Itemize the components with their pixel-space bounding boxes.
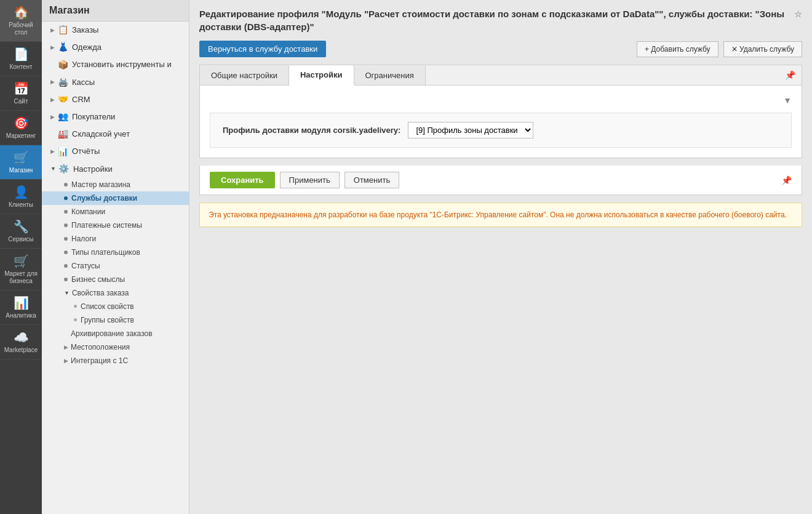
sidebar-item-clients[interactable]: 👤 Клиенты [0,180,42,214]
nav-arrow-buyers: ▶ [50,113,55,121]
nav-item-reports[interactable]: ▶ 📊 Отчёты [42,143,189,160]
cashiers-icon: 🖨️ [57,77,68,88]
action-bar: Вернуться в службу доставки + Добавить с… [199,41,802,57]
content-icon: 📄 [14,47,29,62]
bullet-statuses [64,264,68,268]
nav-subitem-archiving[interactable]: ▶ Архивирование заказов [42,327,189,340]
nav-arrow-reports: ▶ [50,148,55,156]
bullet-biz-meanings [64,278,68,281]
nav-subitem-locations[interactable]: ▶ Местоположения [42,340,189,354]
home-icon: 🏠 [14,5,29,20]
nav-item-orders[interactable]: ▶ 📋 Заказы [42,22,189,39]
warning-box: Эта установка предназначена для разработ… [199,203,802,227]
nav-arrow-cashiers: ▶ [50,78,55,86]
nav-arrow-clothes: ▶ [50,44,55,52]
nav-arrow-settings: ▼ [50,165,56,173]
save-button[interactable]: Сохранить [210,172,275,188]
services-icon: 🔧 [14,219,29,234]
clothes-icon: 👗 [57,42,68,53]
bullet-props-groups [74,318,77,321]
nav-subitem-order-props[interactable]: ▼ Свойства заказа [42,286,189,300]
bullet-props-list [74,305,77,308]
nav-item-buyers[interactable]: ▶ 👥 Покупатели [42,108,189,126]
sidebar-item-analytics[interactable]: 📊 Аналитика [0,291,42,325]
tab-pin-icon[interactable]: 📌 [779,65,802,85]
collapse-icon[interactable]: ▼ [783,95,792,105]
reports-icon: 📊 [57,146,68,157]
nav-subitem-statuses[interactable]: Статусы [42,259,189,273]
nav-subitem-delivery[interactable]: Службы доставки [42,191,189,205]
delete-service-button[interactable]: ✕ Удалить службу [723,41,802,57]
delivery-profile-label: Профиль доставки модуля corsik.yadeliver… [223,126,400,135]
nav-subitem-companies[interactable]: Компании [42,205,189,219]
bullet-delivery [64,196,68,200]
nav-arrow-orders: ▶ [50,26,55,34]
nav-item-crm[interactable]: ▶ 🤝 CRM [42,91,189,108]
nav-arrow-order-props: ▼ [64,290,70,296]
content-area: Редактирование профиля "Модуль "Расчет с… [189,0,812,514]
tab-restrictions[interactable]: Ограничения [354,66,426,85]
apply-button[interactable]: Применить [280,172,340,188]
form-row-delivery-profile: Профиль доставки модуля corsik.yadeliver… [210,113,792,148]
nav-item-clothes[interactable]: ▶ 👗 Одежда [42,39,189,56]
bullet-taxes [64,237,68,241]
tab-general[interactable]: Общие настройки [200,66,289,85]
marketing-icon: 🎯 [14,116,29,131]
sidebar-item-services[interactable]: 🔧 Сервисы [0,214,42,249]
cancel-button[interactable]: Отменить [344,172,399,188]
sidebar-item-site[interactable]: 📅 Сайт [0,76,42,111]
nav-arrow-crm: ▶ [50,96,55,104]
buyers-icon: 👥 [57,111,68,122]
business-icon: 🛒 [14,254,29,268]
crm-icon: 🤝 [57,94,68,105]
page-title: Редактирование профиля "Модуль "Расчет с… [199,7,802,33]
left-nav: Магазин ▶ 📋 Заказы ▶ 👗 Одежда ▶ 📦 Устано… [42,0,189,514]
warehouse-icon: 🏭 [57,129,68,140]
nav-subsubitem-props-groups[interactable]: Группы свойств [42,313,189,327]
bullet-companies [64,210,68,214]
nav-item-warehouse[interactable]: ▶ 🏭 Складской учет [42,126,189,143]
site-icon: 📅 [14,81,29,96]
nav-subitem-payments[interactable]: Платежные системы [42,219,189,232]
bullet-payer-types [64,251,68,254]
analytics-icon: 📊 [14,295,29,310]
tools-icon: 📦 [57,59,68,70]
orders-icon: 📋 [57,25,68,36]
nav-subitem-biz-meanings[interactable]: Бизнес смыслы [42,273,189,286]
settings-icon: ⚙️ [58,164,70,175]
sidebar-item-business[interactable]: 🛒 Маркет для бизнеса [0,249,42,291]
nav-item-cashiers[interactable]: ▶ 🖨️ Кассы [42,74,189,91]
sidebar: 🏠 Рабочий стол 📄 Контент 📅 Сайт 🎯 Маркет… [0,0,42,514]
tab-content: ▼ Профиль доставки модуля corsik.yadeliv… [199,85,802,158]
nav-subitem-payer-types[interactable]: Типы плательщиков [42,246,189,259]
save-bar-pin-icon[interactable]: 📌 [781,175,792,185]
nav-subsubitem-props-list[interactable]: Список свойств [42,300,189,313]
shop-icon: 🛒 [14,150,29,165]
tabs-bar: Общие настройки Настройки Ограничения 📌 [199,65,802,85]
nav-arrow-integration-1c: ▶ [64,358,68,364]
save-bar: Сохранить Применить Отменить 📌 [199,166,802,195]
nav-subitem-master[interactable]: Мастер магазина [42,178,189,191]
bullet-payments [64,223,68,227]
favorite-star-icon[interactable]: ☆ [794,9,802,21]
nav-item-tools[interactable]: ▶ 📦 Установить инструменты и [42,56,189,73]
marketplace-icon: ☁️ [14,330,29,345]
add-service-button[interactable]: + Добавить службу [637,41,718,57]
tab-content-header: ▼ [210,95,792,105]
nav-subitem-integration-1c[interactable]: ▶ Интеграция с 1С [42,354,189,367]
nav-item-settings[interactable]: ▼ ⚙️ Настройки [42,161,189,178]
clients-icon: 👤 [14,185,29,199]
bullet-master [64,183,68,187]
sidebar-item-content[interactable]: 📄 Контент [0,42,42,76]
left-nav-header: Магазин [42,0,189,22]
sidebar-item-desktop[interactable]: 🏠 Рабочий стол [0,0,42,42]
back-button[interactable]: Вернуться в службу доставки [199,41,326,57]
sidebar-item-marketing[interactable]: 🎯 Маркетинг [0,111,42,145]
nav-arrow-locations: ▶ [64,344,68,350]
tab-settings[interactable]: Настройки [289,65,354,86]
sidebar-item-marketplace[interactable]: ☁️ Marketplace [0,325,42,359]
sidebar-item-shop[interactable]: 🛒 Магазин [0,145,42,180]
delivery-profile-select[interactable]: [9] Профиль зоны доставки [408,122,533,139]
nav-subitem-taxes[interactable]: Налоги [42,232,189,246]
